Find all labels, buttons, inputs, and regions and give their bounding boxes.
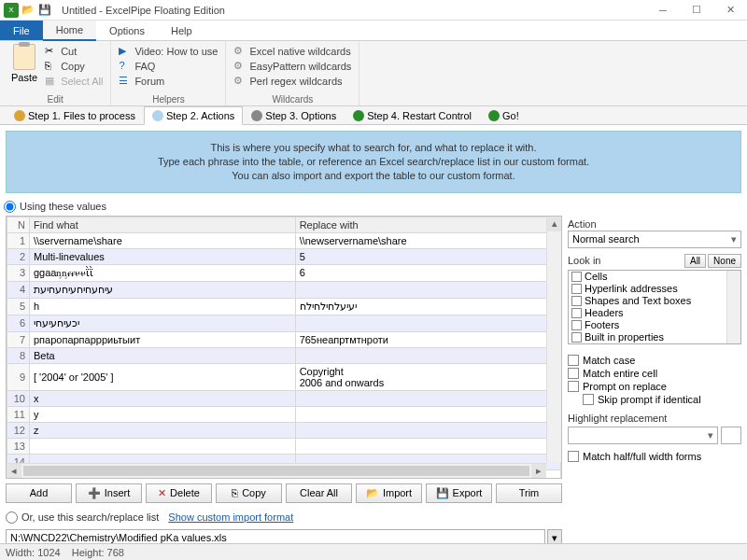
lookin-all-button[interactable]: All bbox=[684, 254, 706, 268]
scissors-icon: ✂ bbox=[45, 45, 58, 58]
radio-use-list[interactable] bbox=[6, 511, 18, 524]
save-icon[interactable]: 💾 bbox=[37, 3, 52, 18]
menu-help[interactable]: Help bbox=[158, 21, 205, 40]
radio-use-values[interactable] bbox=[4, 201, 16, 213]
table-row[interactable]: 3ggaaᶇᶇᵳᵳᵿᵿῒῒ6 bbox=[7, 264, 561, 281]
skip-prompt-check[interactable] bbox=[583, 394, 594, 405]
action-combo[interactable]: Normal search▾ bbox=[568, 231, 741, 248]
radio-use-list-label: Or, use this search/replace list bbox=[21, 511, 159, 523]
save-icon: 💾 bbox=[436, 487, 449, 499]
trim-button[interactable]: Trim bbox=[496, 483, 562, 503]
list-item[interactable]: Cells bbox=[569, 271, 740, 283]
search-replace-grid[interactable]: N Find what Replace with 1\\servername\s… bbox=[6, 216, 562, 479]
tab-step4[interactable]: Step 4. Restart Control bbox=[345, 106, 480, 124]
checkbox[interactable] bbox=[571, 332, 582, 343]
radio-use-values-label: Using these values bbox=[20, 201, 106, 212]
export-button[interactable]: 💾Export bbox=[426, 483, 492, 503]
status-height: Height: 768 bbox=[72, 547, 124, 558]
tab-step1[interactable]: Step 1. Files to process bbox=[6, 106, 144, 124]
tab-step2[interactable]: Step 2. Actions bbox=[144, 106, 243, 125]
help-panel: This is where you specify what to search… bbox=[6, 131, 741, 193]
menu-file[interactable]: File bbox=[0, 21, 43, 40]
menu-options[interactable]: Options bbox=[96, 21, 158, 40]
clear-button[interactable]: Clear All bbox=[286, 483, 352, 503]
folder-icon: 📂 bbox=[366, 487, 379, 499]
table-row[interactable]: 12z bbox=[7, 422, 561, 438]
col-replace[interactable]: Replace with bbox=[295, 217, 560, 232]
lookin-scroll[interactable] bbox=[726, 271, 740, 343]
table-row[interactable]: 8Beta bbox=[7, 347, 561, 363]
checkbox[interactable] bbox=[571, 308, 582, 318]
table-row[interactable]: 11y bbox=[7, 406, 561, 422]
open-icon[interactable]: 📂 bbox=[21, 3, 35, 18]
checkbox[interactable] bbox=[571, 296, 582, 306]
table-row[interactable]: 5hיעיעלחילחילח bbox=[7, 298, 561, 315]
list-item[interactable]: Built in properties bbox=[569, 331, 740, 343]
grid-hscroll[interactable]: ◂▸ bbox=[7, 463, 546, 478]
copy-button[interactable]: ⎘Copy bbox=[216, 483, 282, 503]
checkbox[interactable] bbox=[571, 272, 582, 282]
tab-step3[interactable]: Step 3. Options bbox=[243, 106, 345, 124]
match-cell-check[interactable] bbox=[568, 368, 579, 379]
step-icon bbox=[14, 110, 25, 121]
add-button[interactable]: Add bbox=[6, 483, 72, 503]
minimize-button[interactable]: ─ bbox=[646, 0, 680, 21]
highlight-swatch[interactable] bbox=[721, 427, 741, 444]
forum-link[interactable]: ☰Forum bbox=[119, 74, 218, 89]
list-item[interactable]: Shapes and Text boxes bbox=[569, 295, 740, 307]
match-case-check[interactable] bbox=[568, 355, 579, 366]
play-icon: ▶ bbox=[119, 45, 132, 58]
col-n[interactable]: N bbox=[7, 217, 30, 232]
status-width: Width: 1024 bbox=[6, 547, 61, 558]
checkbox[interactable] bbox=[571, 320, 582, 330]
table-row[interactable]: 10x bbox=[7, 390, 561, 406]
lookin-none-button[interactable]: None bbox=[708, 254, 741, 268]
close-button[interactable]: ✕ bbox=[713, 0, 747, 21]
table-row[interactable]: 2Multi-linevalues5 bbox=[7, 248, 561, 264]
menu-home[interactable]: Home bbox=[43, 21, 96, 41]
chevron-down-icon: ▾ bbox=[708, 429, 713, 441]
ribbon-group-edit: Edit bbox=[7, 94, 103, 105]
table-row[interactable]: 13 bbox=[7, 438, 561, 454]
insert-button[interactable]: ➕Insert bbox=[76, 483, 142, 503]
gear-icon bbox=[251, 110, 262, 121]
lookin-label: Look in bbox=[568, 254, 600, 267]
checkbox[interactable] bbox=[571, 284, 582, 294]
paste-button[interactable]: Paste bbox=[7, 44, 41, 89]
delete-button[interactable]: ✕Delete bbox=[146, 483, 212, 503]
table-row[interactable]: 6יכעיחעיעחי bbox=[7, 315, 561, 331]
perl-wildcards[interactable]: ⚙Perl regex wildcards bbox=[233, 74, 351, 89]
lookin-list[interactable]: CellsHyperlink addressesShapes and Text … bbox=[568, 270, 741, 344]
video-link[interactable]: ▶Video: How to use bbox=[119, 44, 218, 59]
table-row[interactable]: 1\\servername\share\\newservername\share bbox=[7, 232, 561, 248]
forum-icon: ☰ bbox=[119, 75, 132, 88]
easy-wildcards[interactable]: ⚙EasyPattern wildcards bbox=[233, 59, 351, 74]
maximize-button[interactable]: ☐ bbox=[680, 0, 713, 21]
highlight-label: Highlight replacement bbox=[568, 412, 741, 425]
cut-button[interactable]: ✂Cut bbox=[45, 44, 103, 59]
import-button[interactable]: 📂Import bbox=[356, 483, 422, 503]
faq-link[interactable]: ?FAQ bbox=[119, 59, 218, 74]
tab-go[interactable]: Go! bbox=[480, 106, 528, 124]
step-icon bbox=[152, 110, 163, 121]
table-row[interactable]: 4עיחעחיחעיחעחיעת bbox=[7, 281, 561, 298]
table-row[interactable]: 9[ '2004' or '2005' ]Copyright 2006 and … bbox=[7, 363, 561, 390]
list-item[interactable]: Headers bbox=[569, 307, 740, 319]
clipboard-icon bbox=[13, 44, 35, 70]
ribbon: Paste ✂Cut ⎘Copy ▦Select All Edit ▶Video… bbox=[0, 41, 747, 106]
list-item[interactable]: Footers bbox=[569, 319, 740, 331]
copy-button[interactable]: ⎘Copy bbox=[45, 59, 103, 74]
show-format-link[interactable]: Show custom import format bbox=[168, 511, 293, 523]
ribbon-group-wildcards: Wildcards bbox=[233, 94, 351, 105]
help-icon: ? bbox=[119, 60, 132, 73]
highlight-combo[interactable]: ▾ bbox=[568, 427, 718, 444]
chevron-down-icon: ▾ bbox=[731, 233, 737, 245]
grid-vscroll[interactable]: ▴ bbox=[546, 217, 561, 462]
list-item[interactable]: Hyperlink addresses bbox=[569, 283, 740, 295]
col-find[interactable]: Find what bbox=[30, 217, 296, 232]
prompt-check[interactable] bbox=[568, 381, 579, 392]
select-all-button: ▦Select All bbox=[45, 74, 103, 89]
excel-wildcards[interactable]: ⚙Excel native wildcards bbox=[233, 44, 351, 59]
match-half-check[interactable] bbox=[568, 451, 579, 462]
table-row[interactable]: 7рпаропарпаррриьтыит765неапртмтнроти bbox=[7, 331, 561, 347]
